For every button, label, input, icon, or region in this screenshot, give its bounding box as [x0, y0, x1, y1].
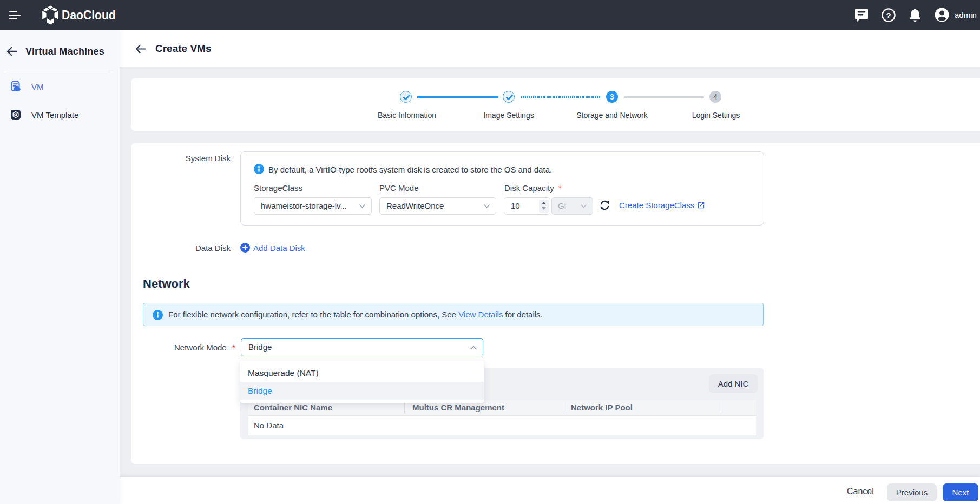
svg-text:?: ? [886, 11, 891, 20]
